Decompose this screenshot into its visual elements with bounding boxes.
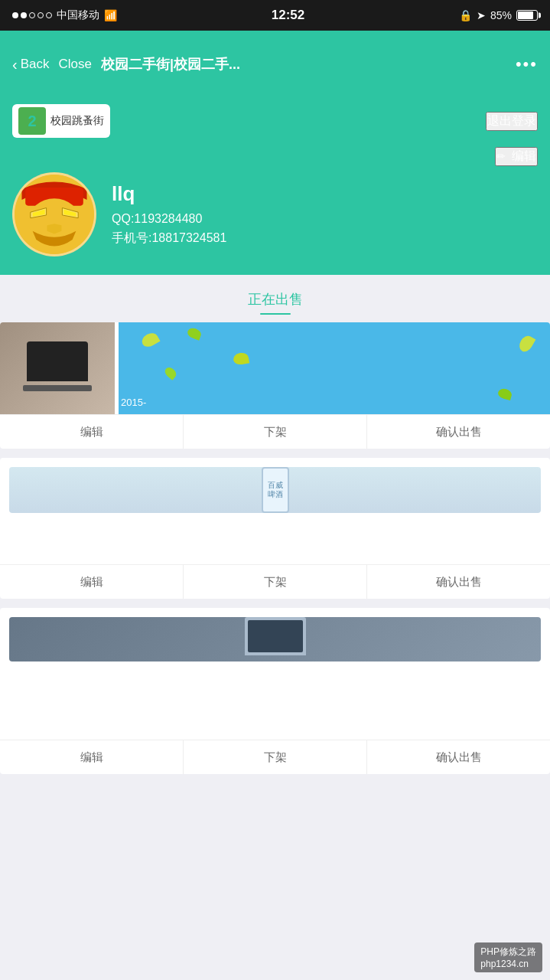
- profile-header: 2 校园跳蚤街 退出登录 ✏ 编辑: [0, 98, 550, 275]
- leaf-3: [233, 351, 249, 365]
- product-thumb-2: 百威啤酒: [9, 467, 541, 513]
- product-overlay-1: [119, 322, 550, 414]
- watermark: PHP修炼之路php1234.cn: [474, 942, 542, 972]
- macbook-screen: [248, 620, 303, 652]
- battery-percent: 85%: [490, 9, 512, 21]
- edit-button[interactable]: ✏ 编辑: [495, 147, 538, 166]
- beer-label: 百威啤酒: [268, 481, 283, 499]
- back-label: Back: [21, 57, 50, 72]
- brand-logo: 2 校园跳蚤街: [12, 104, 110, 138]
- carrier-label: 中国移动: [57, 8, 99, 22]
- brand-name: 校园跳蚤街: [50, 114, 104, 128]
- signal-dots: [12, 12, 52, 18]
- edit-label: 编辑: [512, 149, 536, 162]
- product-actions-2: 编辑 下架 确认出售: [0, 564, 550, 599]
- leaf-2: [186, 326, 202, 340]
- user-phone: 手机号:18817324581: [112, 230, 226, 247]
- macbook-body: [245, 617, 306, 655]
- profile-top-row: 2 校园跳蚤街 退出登录: [12, 98, 538, 147]
- wifi-icon: 📶: [104, 9, 117, 21]
- edit-action-1[interactable]: 编辑: [0, 415, 184, 449]
- product-content-1: 2015-: [0, 322, 550, 414]
- nav-title: 校园二手街|校园二手...: [101, 55, 506, 74]
- laptop-base: [23, 385, 92, 391]
- user-qq: QQ:1193284480: [112, 212, 226, 226]
- takedown-action-3[interactable]: 下架: [184, 740, 367, 774]
- confirm-sale-action-3[interactable]: 确认出售: [367, 740, 550, 774]
- brand-logo-icon: 2: [18, 107, 46, 135]
- product-card-1: 2015- 编辑 下架 确认出售: [0, 322, 550, 449]
- section-title: 正在出售: [0, 290, 550, 309]
- edit-row: ✏ 编辑: [12, 147, 538, 172]
- leaf-4: [163, 365, 178, 380]
- signal-dot-3: [29, 12, 35, 18]
- signal-dot-2: [21, 12, 27, 18]
- profile-info-row: llq QQ:1193284480 手机号:18817324581: [12, 172, 538, 256]
- status-bar-right: 🔒 ➤ 85%: [459, 9, 538, 21]
- leaf-1: [139, 331, 160, 350]
- product-actions-3: 编辑 下架 确认出售: [0, 740, 550, 774]
- confirm-sale-action-1[interactable]: 确认出售: [367, 415, 550, 449]
- laptop-screen: [27, 341, 88, 381]
- product-card-3: macbook pro 864 retina - 5500元 ¥5500 201…: [0, 608, 550, 774]
- product-thumb-1: [0, 322, 115, 414]
- product-actions-1: 编辑 下架 确认出售: [0, 414, 550, 449]
- avatar-image: [15, 172, 94, 256]
- nav-bar: ‹ Back Close 校园二手街|校园二手... •••: [0, 31, 550, 98]
- leaf-6: [497, 387, 513, 400]
- takedown-action-1[interactable]: 下架: [184, 415, 367, 449]
- signal-dot-1: [12, 12, 18, 18]
- logout-button[interactable]: 退出登录: [486, 112, 538, 131]
- status-bar: 中国移动 📶 12:52 🔒 ➤ 85%: [0, 0, 550, 31]
- user-name: llq: [112, 182, 226, 206]
- confirm-sale-action-2[interactable]: 确认出售: [367, 565, 550, 599]
- product-date-1: 2015-: [121, 397, 146, 408]
- avatar: [12, 172, 96, 256]
- pencil-icon: ✏: [496, 150, 506, 162]
- takedown-action-2[interactable]: 下架: [184, 565, 367, 599]
- brand-number: 2: [28, 113, 36, 130]
- battery-fill: [518, 11, 533, 19]
- product-card-2: 百威啤酒 百威啤酒 ¥6 2015-06-12 11:48:52 编辑 下架 确…: [0, 458, 550, 599]
- edit-action-2[interactable]: 编辑: [0, 565, 184, 599]
- signal-dot-5: [46, 12, 52, 18]
- back-chevron-icon: ‹: [12, 57, 18, 72]
- lock-icon: 🔒: [459, 9, 472, 21]
- more-button[interactable]: •••: [516, 54, 538, 74]
- beer-can: 百威啤酒: [262, 467, 289, 513]
- location-icon: ➤: [477, 9, 486, 21]
- edit-action-3[interactable]: 编辑: [0, 740, 184, 774]
- product-thumb-3: [9, 617, 541, 662]
- product-content-3: macbook pro 864 retina - 5500元 ¥5500 201…: [0, 608, 550, 740]
- time-display: 12:52: [272, 8, 304, 23]
- section-title-area: 正在出售: [0, 275, 550, 322]
- laptop-icon: [23, 341, 92, 395]
- signal-dot-4: [37, 12, 44, 18]
- leaf-5: [517, 333, 536, 354]
- user-details: llq QQ:1193284480 手机号:18817324581: [112, 182, 226, 247]
- battery-icon: [516, 10, 538, 21]
- back-close-button[interactable]: ‹ Back Close: [12, 57, 92, 72]
- status-bar-left: 中国移动 📶: [12, 8, 117, 22]
- close-label: Close: [58, 57, 91, 72]
- product-content-2: 百威啤酒 百威啤酒 ¥6 2015-06-12 11:48:52: [0, 458, 550, 564]
- section-underline: [260, 313, 291, 315]
